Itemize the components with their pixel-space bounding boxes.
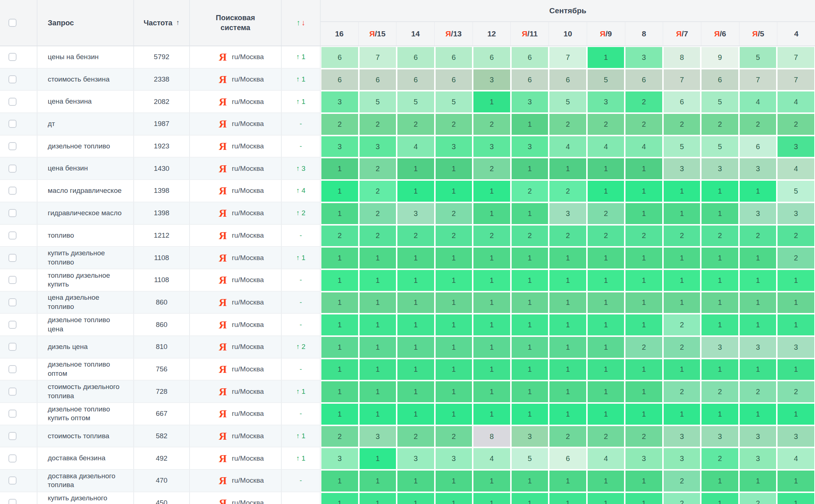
position-cell[interactable]: 3: [473, 69, 511, 91]
position-cell[interactable]: 3: [435, 447, 473, 470]
position-cell[interactable]: 4: [587, 447, 625, 470]
position-cell[interactable]: 3: [397, 202, 435, 225]
date-column-header[interactable]: 8: [625, 22, 664, 46]
position-cell[interactable]: 1: [473, 336, 511, 359]
position-cell[interactable]: 1: [359, 492, 397, 504]
position-cell[interactable]: 5: [359, 91, 397, 113]
position-cell[interactable]: 1: [435, 158, 473, 180]
position-cell[interactable]: 1: [625, 403, 663, 425]
position-cell[interactable]: 1: [359, 447, 397, 470]
change-column-header[interactable]: ↑ ↓: [282, 0, 321, 46]
position-cell[interactable]: 2: [321, 225, 359, 247]
position-cell[interactable]: 1: [625, 247, 663, 269]
position-cell[interactable]: 7: [359, 46, 397, 69]
position-cell[interactable]: 1: [473, 381, 511, 403]
position-cell[interactable]: 1: [473, 91, 511, 113]
position-cell[interactable]: 1: [777, 359, 815, 381]
position-cell[interactable]: 2: [549, 113, 587, 136]
position-cell[interactable]: 1: [625, 359, 663, 381]
position-cell[interactable]: 6: [549, 69, 587, 91]
position-cell[interactable]: 1: [435, 492, 473, 504]
position-cell[interactable]: 1: [701, 403, 739, 425]
query-cell[interactable]: дизель цена: [37, 336, 134, 359]
position-cell[interactable]: 1: [435, 314, 473, 336]
position-cell[interactable]: 1: [777, 492, 815, 504]
position-cell[interactable]: 6: [663, 91, 701, 113]
query-cell[interactable]: масло гидравлическое: [37, 180, 134, 202]
position-cell[interactable]: 3: [701, 425, 739, 448]
position-cell[interactable]: 2: [511, 180, 549, 202]
position-cell[interactable]: 1: [663, 180, 701, 202]
frequency-column-header[interactable]: Частота ↑: [134, 0, 190, 46]
position-cell[interactable]: 1: [435, 403, 473, 425]
position-cell[interactable]: 1: [701, 492, 739, 504]
position-cell[interactable]: 1: [321, 336, 359, 359]
position-cell[interactable]: 1: [739, 180, 777, 202]
position-cell[interactable]: 1: [321, 359, 359, 381]
position-cell[interactable]: 1: [587, 403, 625, 425]
position-cell[interactable]: 1: [359, 269, 397, 292]
position-cell[interactable]: 1: [321, 292, 359, 314]
position-cell[interactable]: 1: [739, 247, 777, 269]
position-cell[interactable]: 2: [549, 225, 587, 247]
row-checkbox[interactable]: [8, 410, 17, 418]
position-cell[interactable]: 3: [321, 447, 359, 470]
position-cell[interactable]: 1: [397, 314, 435, 336]
position-cell[interactable]: 1: [777, 314, 815, 336]
position-cell[interactable]: 3: [359, 136, 397, 158]
position-cell[interactable]: 1: [587, 46, 625, 69]
position-cell[interactable]: 3: [511, 425, 549, 448]
position-cell[interactable]: 2: [511, 225, 549, 247]
position-cell[interactable]: 1: [663, 247, 701, 269]
position-cell[interactable]: 5: [701, 136, 739, 158]
query-cell[interactable]: гидравлическое масло: [37, 202, 134, 225]
position-cell[interactable]: 1: [397, 381, 435, 403]
position-cell[interactable]: 3: [511, 136, 549, 158]
position-cell[interactable]: 2: [549, 425, 587, 448]
position-cell[interactable]: 1: [587, 314, 625, 336]
position-cell[interactable]: 1: [511, 269, 549, 292]
position-cell[interactable]: 3: [739, 202, 777, 225]
position-cell[interactable]: 1: [359, 292, 397, 314]
position-cell[interactable]: 2: [625, 91, 663, 113]
position-cell[interactable]: 4: [549, 136, 587, 158]
position-cell[interactable]: 2: [587, 225, 625, 247]
position-cell[interactable]: 1: [587, 269, 625, 292]
position-cell[interactable]: 1: [587, 470, 625, 492]
position-cell[interactable]: 1: [397, 359, 435, 381]
position-cell[interactable]: 6: [435, 46, 473, 69]
position-cell[interactable]: 1: [587, 336, 625, 359]
position-cell[interactable]: 1: [473, 180, 511, 202]
position-cell[interactable]: 1: [435, 269, 473, 292]
query-cell[interactable]: цена дизельное топливо: [37, 292, 134, 314]
query-cell[interactable]: дизельное топливо: [37, 136, 134, 158]
position-cell[interactable]: 6: [397, 46, 435, 69]
position-cell[interactable]: 1: [321, 202, 359, 225]
position-cell[interactable]: 4: [473, 447, 511, 470]
position-cell[interactable]: 1: [511, 359, 549, 381]
position-cell[interactable]: 1: [359, 470, 397, 492]
position-cell[interactable]: 1: [663, 292, 701, 314]
query-cell[interactable]: дизельное топливо купить оптом: [37, 403, 134, 425]
query-cell[interactable]: дт: [37, 113, 134, 136]
position-cell[interactable]: 3: [663, 447, 701, 470]
position-cell[interactable]: 2: [625, 225, 663, 247]
position-cell[interactable]: 5: [663, 136, 701, 158]
position-cell[interactable]: 1: [701, 202, 739, 225]
position-cell[interactable]: 3: [625, 447, 663, 470]
position-cell[interactable]: 1: [701, 314, 739, 336]
row-checkbox[interactable]: [8, 254, 17, 262]
position-cell[interactable]: 1: [587, 381, 625, 403]
position-cell[interactable]: 1: [321, 158, 359, 180]
query-cell[interactable]: стоимость бензина: [37, 69, 134, 91]
position-cell[interactable]: 2: [397, 225, 435, 247]
position-cell[interactable]: 1: [397, 269, 435, 292]
position-cell[interactable]: 2: [435, 202, 473, 225]
position-cell[interactable]: 3: [739, 447, 777, 470]
date-column-header[interactable]: 12: [473, 22, 511, 46]
position-cell[interactable]: 2: [663, 336, 701, 359]
position-cell[interactable]: 1: [397, 247, 435, 269]
position-cell[interactable]: 1: [625, 158, 663, 180]
position-cell[interactable]: 3: [777, 425, 815, 448]
date-column-header[interactable]: 10: [549, 22, 587, 46]
